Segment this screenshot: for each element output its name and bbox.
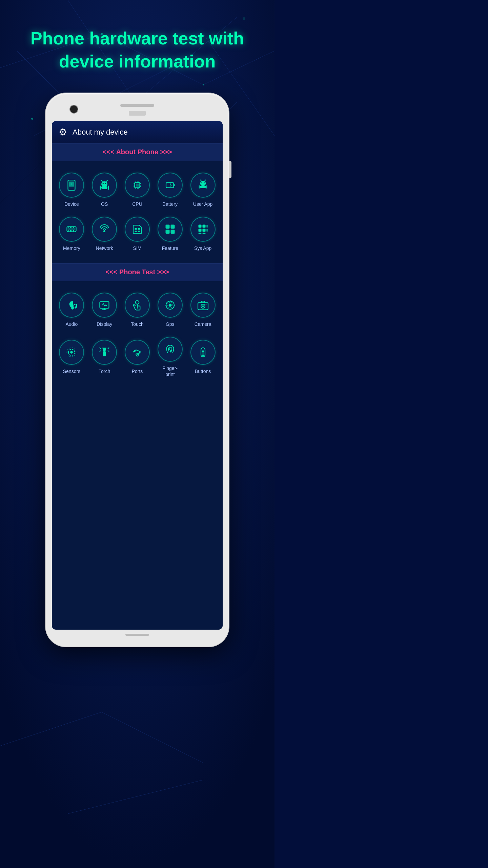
svg-point-48 [200, 181, 206, 186]
fingerprint-label: Finger-print [163, 365, 178, 377]
battery-label: Battery [163, 201, 178, 207]
cpu-icon [131, 179, 143, 191]
device-item[interactable]: i Device [55, 168, 88, 212]
touch-label: Touch [131, 321, 143, 327]
svg-line-107 [100, 351, 101, 351]
device-icon-circle: i [59, 173, 84, 198]
os-item[interactable]: OS [88, 168, 121, 212]
user-app-icon [197, 179, 209, 191]
phone-test-label: <<< Phone Test >>> [105, 268, 169, 276]
svg-rect-82 [202, 233, 205, 234]
buttons-icon-circle [190, 340, 216, 365]
svg-rect-59 [72, 227, 72, 229]
svg-point-102 [205, 303, 206, 304]
torch-item[interactable]: Torch [88, 332, 121, 382]
svg-rect-81 [198, 233, 201, 234]
network-icon [98, 223, 110, 235]
sim-icon [131, 223, 143, 235]
touch-icon-circle [125, 293, 150, 318]
feature-label: Feature [162, 245, 178, 251]
feature-item[interactable]: Feature [154, 212, 186, 256]
app-header: ⚙ About my device [52, 121, 223, 143]
phone-top [52, 100, 223, 121]
app-header-title: About my device [73, 128, 128, 137]
sys-app-icon [197, 223, 209, 235]
sensors-label: Sensors [63, 368, 80, 374]
svg-rect-70 [138, 231, 140, 233]
svg-point-93 [168, 303, 171, 307]
svg-rect-29 [101, 186, 107, 189]
settings-icon[interactable]: ⚙ [59, 126, 67, 138]
svg-line-51 [200, 180, 201, 181]
svg-rect-80 [206, 229, 207, 232]
sensors-icon [65, 346, 78, 358]
svg-line-86 [74, 304, 76, 305]
camera-label: Camera [195, 321, 211, 327]
sys-app-label: Sys App [194, 245, 211, 251]
memory-item[interactable]: Memory [55, 212, 88, 256]
svg-rect-73 [165, 230, 169, 234]
torch-icon [98, 346, 110, 358]
svg-point-49 [201, 182, 202, 183]
gps-item[interactable]: Gps [154, 288, 186, 332]
fingerprint-icon-circle [158, 337, 183, 362]
buttons-item[interactable]: Buttons [186, 332, 219, 382]
svg-rect-74 [170, 230, 175, 234]
page-title: Phone hardware test with device informat… [10, 0, 264, 86]
svg-rect-60 [73, 227, 74, 229]
svg-rect-62 [70, 230, 71, 232]
phone-bottom [52, 630, 223, 640]
phone-body: ⚙ About my device <<< About Phone >>> i [46, 93, 229, 647]
svg-point-110 [139, 352, 141, 354]
phone-mockup: ⚙ About my device <<< About Phone >>> i [46, 93, 229, 647]
user-app-item[interactable]: User App [186, 168, 219, 212]
svg-point-24 [101, 181, 107, 187]
svg-rect-65 [68, 228, 75, 230]
battery-item[interactable]: Battery [154, 168, 186, 212]
battery-icon [164, 179, 176, 191]
svg-rect-69 [135, 231, 137, 233]
svg-line-106 [108, 348, 109, 349]
camera-item[interactable]: Camera [186, 288, 219, 332]
svg-line-12 [102, 712, 203, 763]
display-item[interactable]: Display [88, 288, 121, 332]
audio-item[interactable]: Audio [55, 288, 88, 332]
svg-rect-67 [135, 228, 137, 230]
svg-line-28 [106, 180, 107, 181]
fingerprint-item[interactable]: Finger-print [154, 332, 186, 382]
sim-item[interactable]: SIM [121, 212, 154, 256]
home-pill [125, 634, 149, 636]
touch-icon [131, 299, 143, 311]
touch-item[interactable]: Touch [121, 288, 154, 332]
speaker [120, 104, 154, 107]
camera-icon-circle [190, 293, 216, 318]
buttons-label: Buttons [195, 368, 211, 374]
sim-icon-circle [125, 217, 150, 242]
about-phone-banner: <<< About Phone >>> [52, 143, 223, 161]
svg-rect-61 [68, 230, 69, 232]
svg-point-103 [70, 351, 73, 354]
svg-line-27 [101, 180, 102, 181]
svg-rect-63 [72, 230, 72, 232]
gps-icon [164, 299, 176, 311]
sys-app-item[interactable]: Sys App [186, 212, 219, 256]
ports-item[interactable]: Ports [121, 332, 154, 382]
gps-label: Gps [166, 321, 175, 327]
cpu-item[interactable]: CPU [121, 168, 154, 212]
memory-icon-circle [59, 217, 84, 242]
device-icon: i [65, 179, 78, 191]
os-label: OS [101, 201, 108, 207]
svg-rect-79 [202, 229, 205, 232]
svg-line-115 [203, 351, 204, 351]
ports-label: Ports [132, 368, 143, 374]
sensors-item[interactable]: Sensors [55, 332, 88, 382]
cpu-label: CPU [132, 201, 142, 207]
gps-icon-circle [158, 293, 183, 318]
svg-rect-78 [198, 229, 201, 232]
svg-line-52 [205, 180, 206, 181]
svg-rect-71 [165, 225, 169, 229]
side-button [229, 161, 231, 178]
svg-point-20 [31, 118, 33, 120]
audio-icon [65, 299, 78, 311]
network-item[interactable]: Network [88, 212, 121, 256]
